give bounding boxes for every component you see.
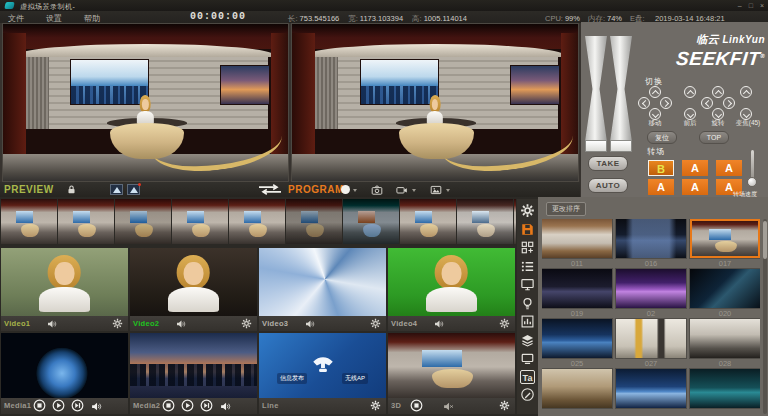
transition-tbar[interactable]	[584, 36, 634, 156]
zoom-in-button[interactable]	[740, 86, 752, 98]
media2-play-button[interactable]	[181, 399, 194, 412]
scene-thumbnail[interactable]	[542, 269, 612, 308]
video1-cell[interactable]: Video1	[1, 248, 128, 331]
strip-thumbnail-3[interactable]	[115, 199, 171, 244]
move-up-button[interactable]	[649, 86, 661, 98]
record-dropdown-icon[interactable]	[353, 189, 357, 192]
close-button[interactable]: ×	[760, 1, 764, 10]
strip-thumbnail-6[interactable]	[286, 199, 342, 244]
rotate-left-button[interactable]	[701, 97, 713, 109]
transition-a4-button[interactable]: A	[682, 179, 708, 195]
media1-stop-button[interactable]	[33, 399, 46, 412]
scene-item-027[interactable]: 027	[616, 319, 686, 368]
video-capture-icon[interactable]	[396, 184, 408, 196]
chroma-key-icon[interactable]	[110, 184, 123, 195]
scene-thumbnail[interactable]	[616, 369, 686, 408]
top-button[interactable]: TOP	[699, 131, 729, 144]
minimize-button[interactable]: –	[738, 1, 742, 10]
tbar-handle-left[interactable]	[585, 140, 607, 152]
video4-settings-icon[interactable]	[499, 318, 510, 329]
reset-button[interactable]: 复位	[647, 131, 677, 144]
scene-thumbnail[interactable]	[616, 219, 686, 258]
swap-preview-program-icon[interactable]	[256, 184, 284, 195]
transition-a1-button[interactable]: A	[682, 160, 708, 176]
scene-thumbnail[interactable]	[542, 219, 612, 258]
layers-icon[interactable]	[520, 333, 535, 348]
scene-item-019[interactable]: 019	[542, 269, 612, 318]
video3-cell[interactable]: Video3	[259, 248, 386, 331]
strip-thumbnail-8[interactable]	[400, 199, 456, 244]
snapshot-camera-icon[interactable]	[371, 184, 383, 196]
scene-item-028[interactable]: 028	[690, 319, 760, 368]
scene-item-025[interactable]: 025	[542, 319, 612, 368]
scene-item-row4a[interactable]	[542, 369, 612, 416]
scene-item-016[interactable]: 016	[616, 219, 686, 268]
scene-scrollbar-thumb[interactable]	[763, 221, 767, 259]
video2-settings-icon[interactable]	[241, 318, 252, 329]
strip-thumbnail-2[interactable]	[58, 199, 114, 244]
media1-play-button[interactable]	[52, 399, 65, 412]
strip-thumbnail-5[interactable]	[229, 199, 285, 244]
scene3d-cell[interactable]: 3D	[388, 333, 515, 414]
scene-item-017-selected[interactable]: 017	[690, 219, 760, 268]
auto-button[interactable]: AUTO	[588, 178, 628, 193]
video1-speaker-icon[interactable]	[47, 319, 57, 329]
scene3d-settings-icon[interactable]	[499, 400, 510, 411]
maximize-button[interactable]: □	[749, 1, 753, 10]
scene-thumbnail[interactable]	[542, 369, 612, 408]
scene-item-row4c[interactable]	[690, 369, 760, 416]
move-right-button[interactable]	[660, 97, 672, 109]
display-icon[interactable]	[520, 351, 535, 366]
tbar-handle-right[interactable]	[610, 140, 632, 152]
chroma-key-alt-icon[interactable]	[127, 184, 140, 195]
scene-item-011[interactable]: 011	[542, 219, 612, 268]
scene-item-020[interactable]: 020	[690, 269, 760, 318]
rotate-up-button[interactable]	[712, 86, 724, 98]
strip-thumbnail-4[interactable]	[172, 199, 228, 244]
transition-speed-knob[interactable]	[747, 177, 757, 187]
media2-cell[interactable]: Media2	[130, 333, 257, 414]
save-icon[interactable]	[520, 222, 535, 237]
settings-icon[interactable]	[520, 203, 535, 218]
scene3d-stop-button[interactable]	[410, 399, 423, 412]
rotate-right-button[interactable]	[723, 97, 735, 109]
image-output-icon[interactable]	[430, 184, 442, 196]
scene-scrollbar[interactable]	[763, 219, 767, 414]
media2-stop-button[interactable]	[162, 399, 175, 412]
reorder-button[interactable]: 更改排序	[546, 202, 586, 216]
image-dropdown-icon[interactable]	[446, 189, 450, 192]
scene-thumbnail[interactable]	[616, 269, 686, 308]
video1-settings-icon[interactable]	[112, 318, 123, 329]
transition-a3-button[interactable]: A	[648, 179, 674, 195]
media1-next-button[interactable]	[71, 399, 84, 412]
playlist-icon[interactable]	[520, 259, 535, 274]
scene3d-mute-icon[interactable]	[443, 401, 454, 412]
scene-thumbnail[interactable]	[616, 319, 686, 358]
scene-thumbnail[interactable]	[542, 319, 612, 358]
chart-icon[interactable]	[520, 314, 535, 329]
move-left-button[interactable]	[638, 97, 650, 109]
video2-cell[interactable]: Video2	[130, 248, 257, 331]
text-tool-icon[interactable]: Ta	[520, 370, 535, 384]
scene-thumbnail-selected[interactable]	[690, 219, 760, 258]
scene-thumbnail[interactable]	[690, 269, 760, 308]
lock-icon[interactable]	[66, 184, 77, 195]
video4-cell[interactable]: Video4	[388, 248, 515, 331]
add-layout-icon[interactable]	[520, 240, 535, 255]
media2-speaker-icon[interactable]	[220, 401, 231, 412]
strip-thumbnail-10[interactable]	[514, 199, 516, 244]
scene-item-row4b[interactable]	[616, 369, 686, 416]
record-icon[interactable]	[341, 185, 350, 194]
video2-speaker-icon[interactable]	[176, 319, 186, 329]
line-cell[interactable]: 信息发布 无线AP Line	[259, 333, 386, 414]
video-dropdown-icon[interactable]	[412, 189, 416, 192]
scene-item-02[interactable]: 02	[616, 269, 686, 318]
transition-b-button[interactable]: B	[648, 160, 674, 176]
video3-speaker-icon[interactable]	[305, 319, 315, 329]
media1-speaker-icon[interactable]	[91, 401, 102, 412]
lighting-icon[interactable]	[520, 296, 535, 311]
strip-thumbnail-1[interactable]	[1, 199, 57, 244]
take-button[interactable]: TAKE	[588, 156, 628, 171]
strip-thumbnail-9[interactable]	[457, 199, 513, 244]
line-settings-icon[interactable]	[370, 400, 381, 411]
